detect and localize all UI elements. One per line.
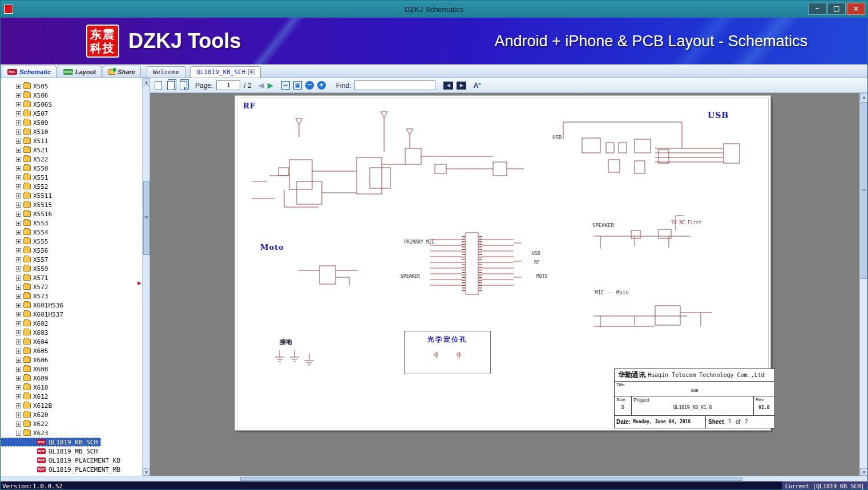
sidebar-folder-item[interactable]: + X521 — [1, 145, 142, 155]
tab-share[interactable]: Share — [103, 66, 141, 78]
sidebar-folder-item[interactable]: + X553 — [1, 218, 142, 228]
tab-layout[interactable]: PADS Layout — [58, 66, 102, 78]
expand-icon[interactable]: + — [16, 358, 21, 363]
expand-icon[interactable]: + — [16, 330, 21, 335]
scroll-down-icon[interactable]: ▼ — [143, 468, 150, 476]
expand-icon[interactable]: + — [16, 394, 21, 399]
sidebar-folder-item[interactable]: + X571 — [1, 273, 142, 282]
zoom-in-icon[interactable]: + — [317, 81, 326, 90]
scroll-up-icon[interactable]: ▲ — [860, 93, 867, 100]
schematic-canvas[interactable]: RF USB USB Moto PRIMARY MIC USB RF MOTO … — [150, 93, 867, 476]
close-button[interactable]: × — [847, 3, 865, 15]
expand-icon[interactable]: + — [16, 93, 21, 98]
sidebar-folder-item[interactable]: + X5511 — [1, 191, 142, 200]
expand-icon[interactable]: + — [16, 157, 21, 162]
expand-icon[interactable]: + — [16, 276, 21, 281]
sidebar-folder-item[interactable]: + X573 — [1, 291, 142, 301]
viewer-scroll-thumb[interactable]: ≡ — [861, 102, 867, 279]
expand-icon[interactable]: + — [16, 376, 21, 381]
expand-icon[interactable]: + — [16, 349, 21, 354]
expand-icon[interactable]: + — [16, 294, 21, 299]
expand-icon[interactable]: + — [16, 422, 21, 427]
expand-icon[interactable]: + — [16, 321, 21, 326]
expand-icon[interactable]: + — [16, 285, 21, 290]
sidebar-folder-item[interactable]: + X612 — [1, 392, 142, 401]
expand-icon[interactable]: + — [16, 248, 21, 253]
horizontal-scrollbar[interactable] — [1, 476, 867, 481]
fit-width-icon[interactable]: ↔ — [281, 81, 290, 90]
sidebar-folder-item[interactable]: + X551 — [1, 173, 142, 182]
sidebar-folder-item[interactable]: + X510 — [1, 127, 142, 136]
sidebar-folder-item[interactable]: + X550 — [1, 164, 142, 173]
match-case-icon[interactable]: Aa — [473, 81, 481, 90]
facing-pages-icon[interactable] — [167, 81, 175, 90]
page-number-input[interactable] — [216, 80, 240, 90]
expand-icon[interactable]: + — [16, 193, 21, 199]
scroll-up-icon[interactable]: ▲ — [143, 78, 150, 86]
viewer-scrollbar[interactable]: ▲ ≡ ▼ — [859, 93, 867, 476]
sidebar-folder-item[interactable]: + X522 — [1, 155, 142, 164]
sidebar-scrollbar[interactable]: ▲ ≡ ▼ ▶ — [142, 78, 150, 476]
sidebar-file-item[interactable]: PDF QL1819_PLACEMENT_KB — [1, 456, 142, 465]
continuous-pages-icon[interactable] — [180, 81, 187, 90]
find-input[interactable] — [354, 80, 435, 90]
sidebar-folder-item[interactable]: + X509 — [1, 118, 142, 127]
sidebar-folder-item[interactable]: + X5516 — [1, 209, 142, 218]
sidebar-folder-item[interactable]: + X601H537 — [1, 310, 142, 319]
expand-icon[interactable]: + — [16, 403, 21, 408]
expand-icon[interactable]: + — [16, 257, 21, 262]
sidebar-folder-item[interactable]: + X511 — [1, 136, 142, 145]
expand-icon[interactable]: + — [16, 203, 21, 208]
maximize-button[interactable]: □ — [827, 3, 846, 15]
sidebar-folder-item[interactable]: + X612B — [1, 401, 142, 410]
expand-icon[interactable]: + — [16, 175, 21, 180]
sidebar-folder-item[interactable]: + X557 — [1, 255, 142, 264]
sidebar-folder-item[interactable]: + X552 — [1, 182, 142, 191]
find-previous-icon[interactable]: ◀ — [443, 82, 453, 90]
expand-icon[interactable]: + — [16, 166, 21, 171]
tab-schematic[interactable]: PDF Schematic — [2, 66, 56, 78]
expand-icon[interactable]: + — [16, 184, 21, 189]
horizontal-scroll-thumb[interactable] — [240, 477, 742, 481]
scroll-down-icon[interactable]: ▼ — [860, 468, 867, 476]
sidebar-folder-item[interactable]: + X610 — [1, 383, 142, 392]
sidebar-folder-item[interactable]: + X507 — [1, 109, 142, 118]
sidebar-folder-item[interactable]: + X608 — [1, 365, 142, 374]
single-page-icon[interactable] — [155, 81, 162, 90]
sidebar-folder-item[interactable]: + X606 — [1, 355, 142, 365]
expand-icon[interactable]: + — [16, 139, 21, 144]
sidebar-folder-item[interactable]: + X604 — [1, 337, 142, 346]
expand-icon[interactable]: + — [16, 266, 21, 272]
sidebar-folder-item[interactable]: + X505 — [1, 82, 142, 91]
expand-icon[interactable]: + — [16, 385, 21, 390]
next-page-icon[interactable]: ▶ — [268, 81, 273, 90]
sidebar-folder-item[interactable]: + X554 — [1, 228, 142, 237]
sidebar-folder-item[interactable]: + X556 — [1, 246, 142, 255]
expand-icon[interactable]: + — [16, 84, 21, 89]
minimize-button[interactable]: – — [808, 3, 826, 15]
sidebar-file-item[interactable]: PDF QL1819_KB_SCH — [1, 438, 101, 447]
sidebar-folder-item[interactable]: + X603 — [1, 328, 142, 337]
expand-icon[interactable]: + — [16, 367, 21, 372]
sidebar-file-item[interactable]: PDF QL1819_MB_SCH — [1, 447, 142, 456]
zoom-out-icon[interactable]: − — [305, 81, 314, 90]
sidebar-folder-item[interactable]: + X605 — [1, 346, 142, 355]
sidebar-file-item[interactable]: PDF QL1819_PLACEMENT_MB — [1, 465, 142, 474]
splitter-arrow-icon[interactable]: ▶ — [138, 280, 142, 286]
sidebar-folder-item[interactable]: + X622 — [1, 419, 142, 428]
tab-close-icon[interactable]: × — [248, 69, 255, 75]
expand-icon[interactable]: + — [16, 312, 21, 317]
expand-icon[interactable]: + — [16, 412, 21, 418]
previous-page-icon[interactable]: ◀ — [259, 81, 264, 90]
fit-page-icon[interactable]: ▣ — [293, 81, 302, 90]
expand-icon[interactable]: + — [16, 221, 21, 226]
expand-icon[interactable]: + — [16, 120, 21, 125]
sidebar-folder-item[interactable]: + X620 — [1, 410, 142, 419]
sidebar-folder-item[interactable]: + X609 — [1, 374, 142, 383]
expand-icon[interactable]: + — [16, 102, 21, 107]
sidebar-folder-item[interactable]: + X506S — [1, 100, 142, 109]
sidebar-folder-item[interactable]: + X506 — [1, 91, 142, 100]
sidebar-folder-item[interactable]: + X602 — [1, 319, 142, 328]
sidebar-scroll-thumb[interactable]: ≡ — [143, 181, 150, 255]
expand-icon[interactable]: + — [16, 303, 21, 308]
